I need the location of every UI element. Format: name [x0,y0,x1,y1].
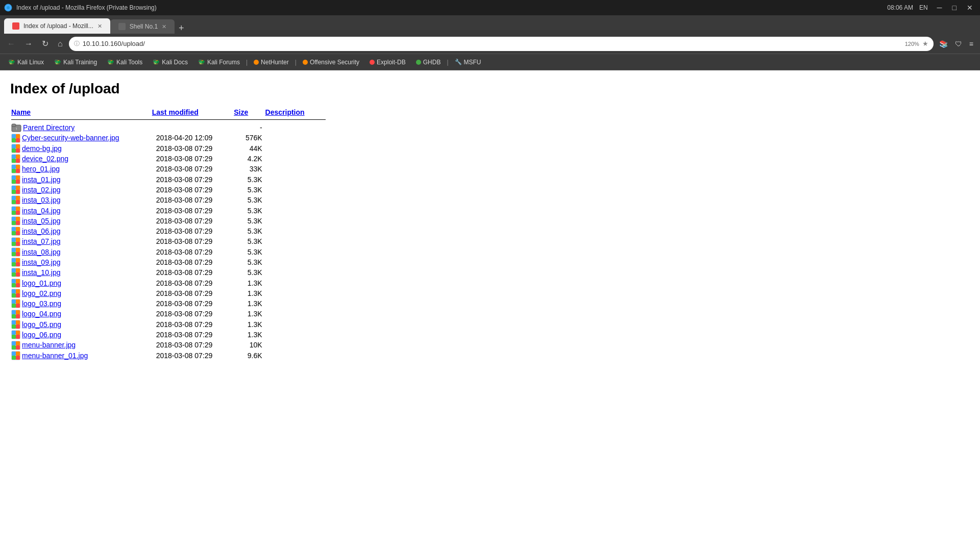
svg-rect-108 [12,345,16,349]
file-link[interactable]: logo_02.png [22,289,61,297]
bookmark-kali-training[interactable]: 🐲 Kali Training [50,57,101,67]
file-size: 5.3K [234,216,264,226]
close-active-tab[interactable]: ✕ [97,23,102,30]
nethunter-icon [254,60,259,65]
sort-by-modified-link[interactable]: Last modified [152,108,199,116]
bookmark-exploit-db[interactable]: Exploit-DB [365,57,410,67]
file-link[interactable]: logo_01.png [22,279,61,287]
svg-rect-19 [16,159,20,163]
svg-rect-24 [16,169,20,173]
svg-rect-86 [12,299,16,304]
bookmark-kali-linux[interactable]: 🐲 Kali Linux [4,57,48,67]
file-link[interactable]: insta_04.jpg [22,207,61,215]
parent-directory-link[interactable]: Parent Directory [23,123,75,132]
back-button[interactable]: ← [4,37,18,51]
file-size: 4.2K [234,154,264,163]
file-date: 2018-03-08 07:29 [152,195,233,205]
sort-by-size-link[interactable]: Size [234,108,248,116]
file-date: 2018-03-08 07:29 [152,340,233,349]
file-link[interactable]: insta_08.jpg [22,248,61,256]
address-bar[interactable]: ⓘ 10.10.10.160/upload/ 120% ★ [69,37,934,51]
file-description [265,133,326,142]
svg-rect-87 [16,299,20,304]
bookmark-msfu[interactable]: 🔧 MSFU [451,57,485,67]
file-date: 2018-03-08 07:29 [152,309,233,318]
file-link[interactable]: insta_03.jpg [22,196,61,204]
file-date: 2018-03-08 07:29 [152,351,233,360]
svg-rect-98 [12,324,16,329]
file-link[interactable]: insta_02.jpg [22,186,61,194]
msfu-icon: 🔧 [455,59,462,65]
file-size: 5.3K [234,174,264,184]
file-link[interactable]: insta_01.jpg [22,176,61,184]
file-description [265,185,326,194]
file-link[interactable]: insta_09.jpg [22,258,61,266]
file-link[interactable]: demo-bg.jpg [22,144,62,153]
column-header-size: Size [234,108,264,118]
bookmark-nethunter[interactable]: NetHunter [250,57,293,67]
file-link[interactable]: logo_04.png [22,310,61,318]
table-row: insta_01.jpg2018-03-08 07:295.3K [11,174,326,184]
bookmark-kali-docs-label: Kali Docs [162,59,188,66]
bookmark-kali-forums[interactable]: 🐲 Kali Forums [194,57,244,67]
file-link[interactable]: logo_03.png [22,299,61,308]
file-link[interactable]: logo_06.png [22,331,61,339]
ghdb-icon [416,60,421,65]
file-link[interactable]: insta_07.jpg [22,237,61,245]
file-link[interactable]: insta_06.jpg [22,227,61,235]
file-link[interactable]: Cyber-security-web-banner.jpg [22,134,119,142]
file-image-icon [11,330,22,339]
svg-rect-41 [12,207,16,211]
file-link[interactable]: hero_01.jpg [22,165,60,173]
file-image-icon [11,299,22,308]
file-size: 9.6K [234,351,264,360]
bookmark-star-icon[interactable]: ★ [922,40,928,47]
file-link[interactable]: logo_05.png [22,320,61,329]
file-link[interactable]: menu-banner_01.jpg [22,352,88,360]
library-icon[interactable]: 📚 [937,39,950,49]
bookmark-ghdb-label: GHDB [423,59,441,66]
security-icon: ⓘ [74,40,80,47]
file-size: 5.3K [234,206,264,215]
svg-rect-79 [16,283,20,287]
file-date: 2018-03-08 07:29 [152,164,233,173]
reload-button[interactable]: ↻ [39,37,52,51]
file-link[interactable]: device_02.png [22,155,68,163]
bookmark-offensive-security[interactable]: Offensive Security [299,57,363,67]
tab-bar: Index of /upload - Mozill... ✕ Shell No.… [0,15,980,34]
svg-rect-89 [16,304,20,308]
maximize-button[interactable]: □ [949,3,960,13]
bookmark-kali-tools[interactable]: 🐲 Kali Tools [103,57,146,67]
inactive-tab[interactable]: Shell No.1 ✕ [110,19,175,34]
file-link[interactable]: insta_10.jpg [22,268,61,277]
close-button[interactable]: ✕ [964,3,976,13]
shield-icon[interactable]: 🛡 [952,39,965,49]
active-tab[interactable]: Index of /upload - Mozill... ✕ [4,18,110,34]
table-row: menu-banner_01.jpg2018-03-08 07:299.6K [11,351,326,360]
sort-by-name-link[interactable]: Name [11,108,31,116]
svg-rect-64 [16,252,20,256]
svg-rect-37 [16,196,20,200]
bookmark-kali-docs[interactable]: 🐲 Kali Docs [149,57,192,67]
bookmark-ghdb[interactable]: GHDB [412,57,445,67]
file-date: 2018-03-08 07:29 [152,154,233,163]
file-size: - [234,123,264,132]
file-date: 2018-03-08 07:29 [152,185,233,194]
table-row: insta_02.jpg2018-03-08 07:295.3K [11,185,326,194]
add-tab-button[interactable]: + [175,23,188,34]
svg-rect-16 [12,155,16,159]
forward-button[interactable]: → [21,37,36,51]
sort-by-desc-link[interactable]: Description [265,108,305,116]
file-date: 2018-04-20 12:09 [152,133,233,142]
menu-icon[interactable]: ≡ [967,39,976,49]
svg-rect-27 [16,176,20,180]
file-link[interactable]: menu-banner.jpg [22,341,76,349]
page-content: Index of /upload Name Last modified Size… [0,70,980,551]
home-button[interactable]: ⌂ [55,37,66,51]
svg-rect-62 [16,248,20,252]
close-inactive-tab[interactable]: ✕ [162,23,166,30]
file-link[interactable]: insta_05.jpg [22,217,61,225]
minimize-button[interactable]: ─ [934,3,945,13]
table-row: logo_01.png2018-03-08 07:291.3K [11,278,326,287]
bookmark-msfu-label: MSFU [464,59,481,66]
